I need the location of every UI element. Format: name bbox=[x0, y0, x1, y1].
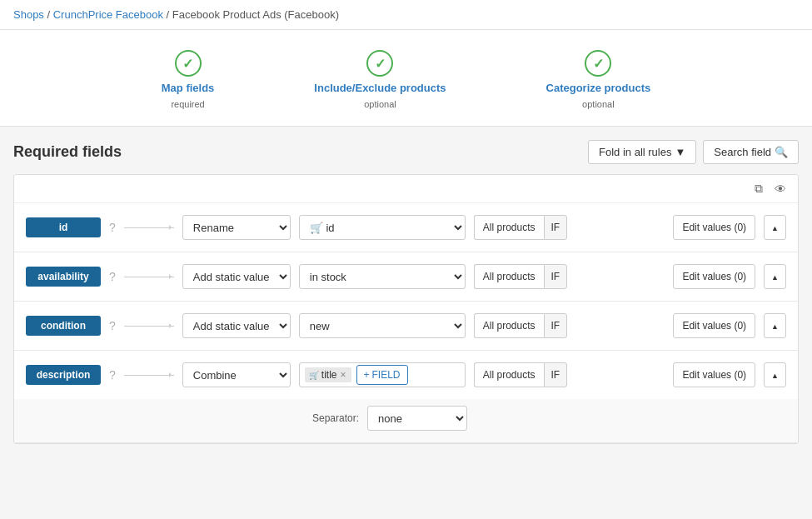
fold-arrow-icon: ▼ bbox=[675, 146, 685, 158]
step-sublabel-3: optional bbox=[582, 99, 615, 109]
field-tag-id: id bbox=[26, 217, 101, 237]
separator-select[interactable]: none space , - | bbox=[367, 406, 467, 431]
field-tag-condition: condition bbox=[26, 316, 101, 336]
step-label-3: Categorize products bbox=[546, 82, 651, 94]
value-select-id[interactable]: 🛒 id 🛒 title 🛒 description bbox=[299, 215, 466, 240]
field-tag-availability: availability bbox=[26, 267, 101, 287]
connector-id bbox=[124, 227, 174, 228]
step-include-exclude[interactable]: ✓ Include/Exclude products optional bbox=[314, 50, 446, 109]
step-label-1: Map fields bbox=[162, 82, 215, 94]
collapse-arrow-condition bbox=[771, 321, 779, 331]
edit-values-btn-description[interactable]: Edit values (0) bbox=[673, 362, 755, 387]
if-btn-description[interactable]: IF bbox=[544, 362, 568, 387]
all-products-btn-id[interactable]: All products bbox=[474, 215, 544, 240]
value-select-condition[interactable]: new used refurbished bbox=[299, 313, 466, 338]
products-btn-condition: All products IF bbox=[474, 313, 567, 338]
checkmark-icon-1: ✓ bbox=[182, 56, 193, 72]
method-select-condition[interactable]: Rename Add static value Combine bbox=[182, 313, 291, 338]
collapse-btn-availability[interactable] bbox=[764, 264, 786, 289]
field-section-availability: availability ? Rename Add static value C… bbox=[14, 252, 798, 302]
all-products-btn-condition[interactable]: All products bbox=[474, 313, 544, 338]
breadcrumb-shop-link[interactable]: CrunchPrice Facebook bbox=[53, 8, 163, 21]
content-header: Required fields Fold in all rules ▼ Sear… bbox=[13, 140, 799, 164]
main-content: Required fields Fold in all rules ▼ Sear… bbox=[0, 127, 812, 457]
field-row-id: id ? Rename Add static value Combine 🛒 i… bbox=[14, 203, 798, 252]
edit-values-btn-id[interactable]: Edit values (0) bbox=[673, 215, 755, 240]
help-icon-condition[interactable]: ? bbox=[109, 319, 116, 332]
search-icon: 🔍 bbox=[775, 146, 788, 158]
collapse-arrow-availability bbox=[771, 272, 779, 282]
combine-tags-area: 🛒 title × + FIELD bbox=[299, 362, 466, 387]
eye-icon-button[interactable]: 👁 bbox=[771, 180, 790, 197]
plus-icon: + bbox=[364, 369, 370, 381]
connector-description bbox=[124, 375, 174, 376]
field-section-id: id ? Rename Add static value Combine 🛒 i… bbox=[14, 203, 798, 252]
field-tag-description: description bbox=[26, 365, 101, 385]
add-field-button[interactable]: + FIELD bbox=[356, 365, 408, 385]
combine-tag-title: 🛒 title × bbox=[305, 367, 351, 382]
collapse-arrow-id bbox=[771, 222, 779, 232]
field-section-condition: condition ? Rename Add static value Comb… bbox=[14, 302, 798, 351]
connector-condition bbox=[124, 326, 174, 327]
field-row-availability: availability ? Rename Add static value C… bbox=[14, 252, 798, 301]
edit-values-btn-condition[interactable]: Edit values (0) bbox=[673, 313, 755, 338]
collapse-btn-condition[interactable] bbox=[764, 313, 786, 338]
help-icon-id[interactable]: ? bbox=[109, 221, 116, 234]
fields-container: ⧉ 👁 id ? Rename Add static value Combine… bbox=[13, 174, 799, 444]
breadcrumb: Shops / CrunchPrice Facebook / Facebook … bbox=[0, 0, 812, 30]
connector-availability bbox=[124, 277, 174, 277]
step-label-2: Include/Exclude products bbox=[314, 82, 446, 94]
step-map-fields[interactable]: ✓ Map fields required bbox=[162, 50, 215, 109]
separator-label: Separator: bbox=[312, 412, 359, 424]
tag-label: title bbox=[321, 369, 337, 381]
breadcrumb-shops-link[interactable]: Shops bbox=[13, 8, 44, 21]
separator-row: Separator: none space , - | bbox=[14, 399, 798, 442]
search-field-button[interactable]: Search field 🔍 bbox=[703, 140, 799, 164]
if-btn-availability[interactable]: IF bbox=[544, 264, 568, 289]
checkmark-icon-3: ✓ bbox=[593, 56, 604, 72]
step-circle-1: ✓ bbox=[175, 50, 202, 77]
all-products-btn-description[interactable]: All products bbox=[474, 362, 544, 387]
collapse-btn-description[interactable] bbox=[764, 362, 786, 387]
help-icon-description[interactable]: ? bbox=[109, 368, 116, 382]
method-select-availability[interactable]: Rename Add static value Combine bbox=[182, 264, 291, 289]
step-circle-3: ✓ bbox=[585, 50, 611, 77]
fold-all-rules-button[interactable]: Fold in all rules ▼ bbox=[588, 140, 696, 164]
fields-top-icons: ⧉ 👁 bbox=[14, 175, 798, 203]
edit-values-btn-availability[interactable]: Edit values (0) bbox=[673, 264, 755, 289]
value-select-availability[interactable]: in stock out of stock preorder bbox=[299, 264, 466, 289]
header-actions: Fold in all rules ▼ Search field 🔍 bbox=[588, 140, 799, 164]
if-btn-condition[interactable]: IF bbox=[544, 313, 568, 338]
field-row-condition: condition ? Rename Add static value Comb… bbox=[14, 302, 798, 350]
fold-label: Fold in all rules bbox=[599, 146, 671, 158]
tag-remove-button[interactable]: × bbox=[339, 369, 346, 381]
step-sublabel-1: required bbox=[171, 99, 204, 109]
step-sublabel-2: optional bbox=[364, 99, 396, 109]
products-btn-id: All products IF bbox=[474, 215, 567, 240]
tag-cart-icon: 🛒 bbox=[309, 371, 319, 380]
copy-icon-button[interactable]: ⧉ bbox=[751, 180, 766, 197]
if-btn-id[interactable]: IF bbox=[544, 215, 568, 240]
all-products-btn-availability[interactable]: All products bbox=[474, 264, 544, 289]
collapse-arrow-description bbox=[771, 370, 779, 380]
products-btn-availability: All products IF bbox=[474, 264, 567, 289]
step-categorize[interactable]: ✓ Categorize products optional bbox=[546, 50, 651, 109]
step-circle-2: ✓ bbox=[366, 50, 393, 77]
field-label: FIELD bbox=[372, 369, 401, 381]
stepper: ✓ Map fields required ✓ Include/Exclude … bbox=[0, 30, 812, 127]
checkmark-icon-2: ✓ bbox=[375, 56, 386, 72]
products-btn-description: All products IF bbox=[474, 362, 567, 387]
breadcrumb-current: Facebook Product Ads (Facebook) bbox=[172, 8, 339, 21]
field-row-description: description ? Rename Add static value Co… bbox=[14, 351, 798, 399]
method-select-id[interactable]: Rename Add static value Combine bbox=[182, 215, 291, 240]
method-select-description[interactable]: Rename Add static value Combine bbox=[182, 362, 291, 387]
help-icon-availability[interactable]: ? bbox=[109, 270, 116, 283]
search-label: Search field bbox=[714, 146, 771, 158]
field-section-description: description ? Rename Add static value Co… bbox=[14, 351, 798, 443]
collapse-btn-id[interactable] bbox=[764, 215, 786, 240]
page-title: Required fields bbox=[13, 143, 122, 161]
